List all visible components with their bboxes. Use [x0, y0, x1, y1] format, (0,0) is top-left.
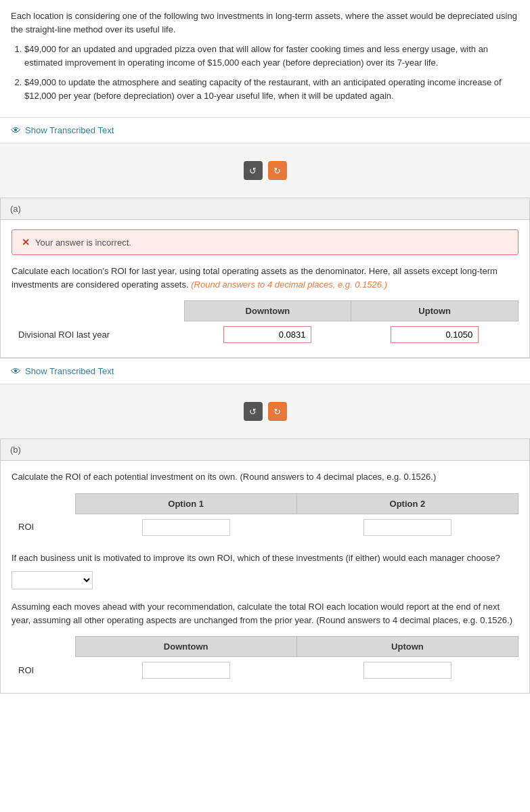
empty-header: [12, 301, 184, 321]
investment-item-2: $49,000 to update the atmosphere and sea…: [24, 76, 519, 102]
show-transcribed-label-1: Show Transcribed Text: [25, 125, 114, 135]
error-message: Your answer is incorrect.: [35, 238, 131, 248]
spacer-area-1: ↺ ↻: [0, 143, 530, 198]
downtown-header-b: Downtown: [75, 637, 296, 657]
undo-button-1[interactable]: ↺: [244, 161, 263, 180]
undo-button-2[interactable]: ↺: [244, 402, 263, 421]
section-a-table: Downtown Uptown Divisional ROI last year: [12, 300, 518, 348]
dropdown-container: Option 1 Option 2 Neither: [12, 571, 518, 589]
downtown-roi-cell: [184, 321, 351, 348]
section-b-card: (b) Calculate the ROI of each potential …: [0, 438, 530, 694]
option1-roi-cell: [75, 514, 296, 541]
error-box: ✕ Your answer is incorrect.: [12, 229, 518, 255]
section-b-table: Option 1 Option 2 ROI: [12, 493, 518, 541]
redo-icon-1: ↻: [273, 166, 281, 176]
roi-b2-row: ROI: [12, 657, 518, 684]
section-a-card: (a) ✕ Your answer is incorrect. Calculat…: [0, 198, 530, 358]
investment-list: $49,000 for an updated and upgraded pizz…: [11, 43, 519, 102]
uptown-roi-input[interactable]: [391, 326, 479, 343]
intro-description: Each location is considering one of the …: [11, 9, 519, 36]
downtown-roi-input[interactable]: [223, 326, 311, 343]
uptown-header-b: Uptown: [296, 637, 518, 657]
section-a-header: (a): [1, 198, 529, 220]
intro-section: Each location is considering one of the …: [0, 0, 530, 118]
section-b-bottom-table: Downtown Uptown ROI: [12, 636, 518, 683]
eye-icon-1: 👁: [11, 125, 21, 136]
roi-row-label: Divisional ROI last year: [12, 321, 184, 348]
error-icon: ✕: [22, 237, 30, 248]
sub-instruction: If each business unit is motivated to im…: [12, 551, 518, 565]
section-b-body: Calculate the ROI of each potential inve…: [1, 461, 529, 693]
roi-b-row: ROI: [12, 514, 518, 541]
empty-header-b: [12, 493, 75, 514]
downtown-b-cell: [75, 657, 296, 684]
eye-icon-2: 👁: [11, 365, 21, 377]
section-b-highlight: (Round answers to 4 decimal places, e.g.…: [240, 472, 436, 482]
redo-button-1[interactable]: ↻: [268, 161, 287, 180]
redo-icon-2: ↻: [273, 407, 281, 417]
downtown-header: Downtown: [184, 301, 351, 321]
roi-b2-label: ROI: [12, 657, 75, 684]
investment-item-1: $49,000 for an updated and upgraded pizz…: [24, 43, 519, 69]
option1-header: Option 1: [75, 493, 296, 514]
bottom-instruction: Assuming each moves ahead with your reco…: [12, 600, 518, 627]
uptown-b-cell: [296, 657, 518, 684]
section-a-highlight: (Round answers to 4 decimal places, e.g.…: [191, 279, 387, 290]
section-b-instruction: Calculate the ROI of each potential inve…: [12, 470, 518, 484]
investment-choice-dropdown[interactable]: Option 1 Option 2 Neither: [12, 571, 93, 589]
show-transcribed-2[interactable]: 👁 Show Transcribed Text: [0, 359, 530, 384]
option2-header: Option 2: [296, 493, 518, 514]
option2-roi-cell: [296, 514, 518, 541]
empty-header-b2: [12, 637, 75, 657]
uptown-header: Uptown: [351, 301, 518, 321]
undo-icon-1: ↺: [249, 166, 257, 176]
section-a-body: ✕ Your answer is incorrect. Calculate ea…: [1, 220, 529, 357]
downtown-b-input[interactable]: [142, 662, 230, 679]
section-a-label: (a): [10, 204, 21, 214]
option1-roi-input[interactable]: [142, 519, 230, 536]
option2-roi-input[interactable]: [363, 519, 451, 536]
show-transcribed-1[interactable]: 👁 Show Transcribed Text: [0, 118, 530, 143]
roi-row: Divisional ROI last year: [12, 321, 518, 348]
section-a-instruction: Calculate each location's ROI for last y…: [12, 265, 518, 291]
uptown-roi-cell: [351, 321, 518, 348]
section-b-header: (b): [1, 439, 529, 461]
spacer-area-2: ↺ ↻: [0, 384, 530, 438]
undo-icon-2: ↺: [249, 407, 257, 417]
show-transcribed-label-2: Show Transcribed Text: [25, 366, 114, 376]
redo-button-2[interactable]: ↻: [268, 402, 287, 421]
section-b-label: (b): [10, 445, 21, 455]
bottom-highlight: (Round answers to 4 decimal places, e.g.…: [316, 615, 512, 625]
roi-b-label: ROI: [12, 514, 75, 541]
uptown-b-input[interactable]: [363, 662, 451, 679]
